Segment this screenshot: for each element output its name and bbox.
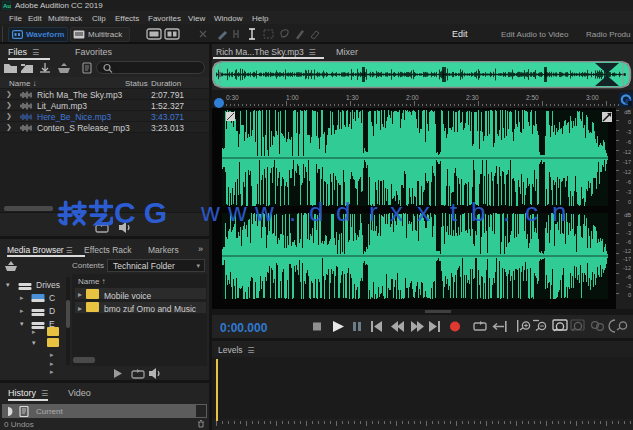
- svg-text:-12: -12: [623, 169, 631, 175]
- svg-text:-17: -17: [623, 159, 631, 165]
- svg-text:0: 0: [628, 292, 631, 298]
- svg-text:1:30: 1:30: [346, 94, 359, 101]
- svg-text:2:50: 2:50: [526, 94, 539, 101]
- svg-text:0:30: 0:30: [226, 94, 239, 101]
- svg-text:-6: -6: [626, 179, 631, 185]
- svg-text:-6: -6: [626, 239, 631, 245]
- svg-text:0: 0: [628, 119, 631, 125]
- svg-text:2:00: 2:00: [406, 94, 419, 101]
- svg-text:-6: -6: [626, 139, 631, 145]
- svg-text:0: 0: [628, 199, 631, 205]
- svg-text:-12: -12: [623, 149, 631, 155]
- svg-text:3:00: 3:00: [586, 94, 599, 101]
- svg-text:-17: -17: [623, 256, 631, 262]
- svg-text:-3: -3: [626, 283, 631, 289]
- svg-text:-3: -3: [626, 230, 631, 236]
- svg-text:-6: -6: [626, 274, 631, 280]
- svg-text:dB: dB: [624, 109, 631, 115]
- svg-text:-12: -12: [623, 265, 631, 271]
- svg-text:dB: dB: [624, 212, 631, 218]
- svg-text:-3: -3: [626, 189, 631, 195]
- svg-text:-12: -12: [623, 248, 631, 254]
- svg-text:-3: -3: [626, 129, 631, 135]
- svg-text:2:30: 2:30: [466, 94, 479, 101]
- svg-text:0: 0: [628, 221, 631, 227]
- svg-text:1:00: 1:00: [286, 94, 299, 101]
